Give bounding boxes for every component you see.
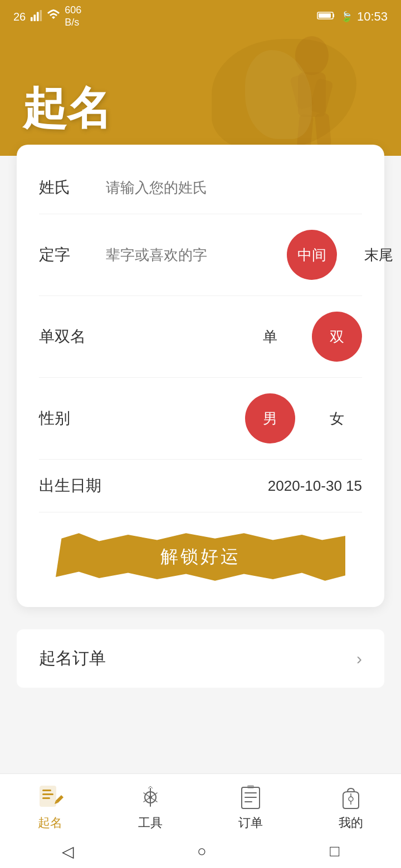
svg-rect-1	[34, 14, 36, 21]
name-type-label: 单双名	[39, 326, 106, 347]
nav-item-orders[interactable]: 订单	[200, 774, 301, 835]
svg-rect-2	[37, 12, 39, 21]
fixed-char-label: 定字	[39, 244, 106, 265]
mine-nav-label: 我的	[339, 815, 363, 831]
signal-icon	[30, 9, 42, 24]
naming-nav-label: 起名	[38, 815, 62, 831]
orders-icon	[237, 783, 265, 811]
home-button[interactable]: ○	[197, 842, 207, 860]
system-nav-bar: ◁ ○ □	[0, 835, 401, 868]
svg-rect-11	[315, 113, 331, 147]
svg-rect-5	[319, 13, 331, 18]
recent-button[interactable]: □	[330, 842, 339, 860]
mine-icon	[337, 783, 365, 811]
nav-item-tools[interactable]: 工具	[100, 774, 200, 835]
gender-label: 性别	[39, 408, 106, 429]
network-speed: 606B/s	[65, 4, 81, 28]
unlock-btn-wrap: 解锁好运	[39, 529, 362, 585]
svg-point-6	[295, 36, 329, 75]
middle-option-label: 中间	[297, 245, 326, 265]
order-section[interactable]: 起名订单 ›	[17, 629, 384, 688]
bottom-nav: 起名 工具	[0, 773, 401, 835]
name-type-options: 单 双	[245, 312, 362, 362]
form-card: 姓氏 定字 中间 末尾 单双名 单 双 性别	[17, 145, 384, 607]
female-label: 女	[330, 409, 344, 428]
female-btn[interactable]: 女	[312, 393, 362, 443]
surname-row: 姓氏	[39, 161, 362, 214]
status-left: 26 606B/s	[13, 4, 81, 28]
double-name-label: 双	[330, 327, 344, 347]
single-name-label: 单	[263, 327, 277, 347]
battery-icon	[317, 9, 336, 24]
fixed-char-options: 中间 末尾	[287, 230, 401, 280]
birthdate-row: 出生日期 2020-10-30 15	[39, 460, 362, 512]
header-banner: 起名	[0, 33, 401, 156]
male-label: 男	[263, 409, 277, 428]
naming-icon	[36, 783, 64, 811]
svg-rect-24	[247, 785, 254, 788]
end-option-btn[interactable]: 末尾	[354, 230, 401, 280]
svg-rect-15	[42, 797, 50, 799]
svg-rect-3	[40, 9, 42, 21]
page-title: 起名	[22, 79, 111, 139]
status-right: 🍃 10:53	[317, 9, 388, 24]
svg-rect-12	[40, 786, 56, 806]
status-bar: 26 606B/s 🍃 10:53	[0, 0, 401, 33]
tools-icon	[136, 783, 164, 811]
orders-nav-label: 订单	[238, 815, 263, 831]
tools-nav-label: 工具	[138, 815, 163, 831]
surname-label: 姓氏	[39, 177, 106, 198]
svg-rect-13	[42, 790, 51, 791]
birthdate-value[interactable]: 2020-10-30 15	[268, 477, 362, 495]
name-type-row: 单双名 单 双	[39, 296, 362, 378]
nav-item-mine[interactable]: 我的	[301, 774, 401, 835]
svg-rect-10	[297, 114, 314, 149]
nav-item-naming[interactable]: 起名	[0, 774, 100, 835]
leaf-icon: 🍃	[340, 11, 353, 23]
gender-options: 男 女	[245, 393, 362, 443]
svg-point-25	[349, 797, 353, 801]
gender-row: 性别 男 女	[39, 378, 362, 460]
surname-input[interactable]	[106, 179, 362, 196]
middle-option-btn[interactable]: 中间	[287, 230, 337, 280]
time-display: 10:53	[357, 9, 388, 24]
birthdate-label: 出生日期	[39, 475, 106, 496]
end-option-label: 末尾	[364, 245, 393, 265]
svg-point-17	[149, 796, 152, 799]
order-title: 起名订单	[39, 647, 106, 670]
back-button[interactable]: ◁	[62, 842, 74, 861]
double-name-btn[interactable]: 双	[312, 312, 362, 362]
network-indicator: 26	[13, 11, 26, 23]
unlock-button[interactable]: 解锁好运	[160, 545, 241, 569]
male-btn[interactable]: 男	[245, 393, 295, 443]
svg-rect-0	[31, 17, 33, 21]
fixed-char-row: 定字 中间 末尾	[39, 214, 362, 296]
chevron-right-icon: ›	[356, 649, 362, 668]
wifi-icon	[47, 9, 60, 25]
fixed-char-input[interactable]	[106, 246, 287, 264]
svg-rect-14	[42, 793, 53, 795]
single-name-btn[interactable]: 单	[245, 312, 295, 362]
